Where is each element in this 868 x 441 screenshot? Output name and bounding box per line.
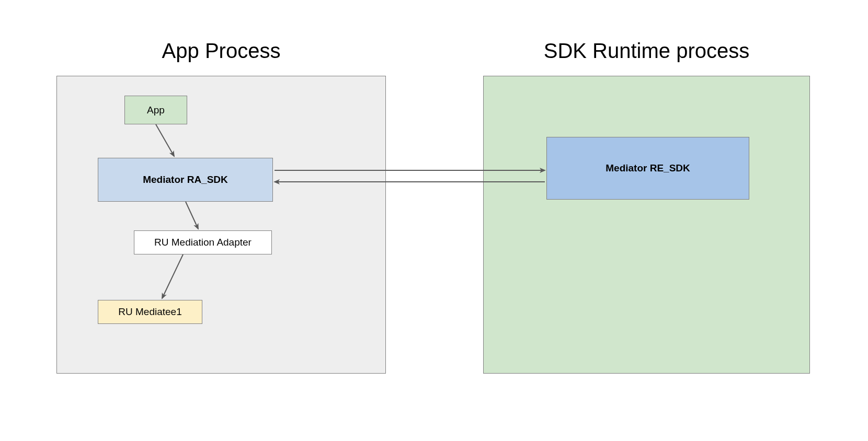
app-box: App: [124, 96, 187, 124]
title-app-process: App Process: [56, 39, 386, 63]
ru-mediatee-label: RU Mediatee1: [118, 306, 181, 318]
mediator-re-box: Mediator RE_SDK: [546, 137, 749, 200]
app-box-label: App: [147, 105, 165, 116]
sdk-runtime-container: [483, 76, 810, 374]
ru-mediatee-box: RU Mediatee1: [98, 300, 202, 324]
ru-mediation-adapter-label: RU Mediation Adapter: [154, 237, 252, 248]
mediator-re-label: Mediator RE_SDK: [606, 163, 690, 174]
ru-mediation-adapter-box: RU Mediation Adapter: [134, 230, 272, 254]
title-sdk-runtime-process: SDK Runtime process: [483, 39, 810, 63]
mediator-ra-box: Mediator RA_SDK: [98, 158, 273, 202]
app-process-container: [56, 76, 386, 374]
mediator-ra-label: Mediator RA_SDK: [143, 174, 228, 185]
